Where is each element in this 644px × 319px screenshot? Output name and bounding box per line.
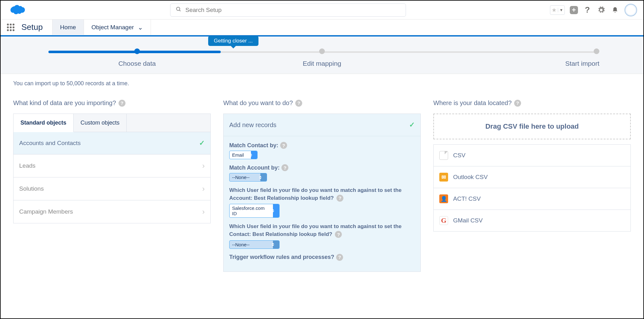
setup-title: Setup <box>21 22 43 32</box>
help-icon[interactable]: ? <box>336 195 343 202</box>
user-field-account-label: Which User field in your file do you wan… <box>229 187 415 202</box>
source-label: ACT! CSV <box>453 195 481 202</box>
chevron-right-icon: › <box>202 161 205 170</box>
step-label: Start import <box>565 60 599 67</box>
select-value: --None-- <box>232 242 256 247</box>
progress-tooltip: Getting closer ... <box>208 36 258 46</box>
notifications-bell-icon[interactable] <box>611 6 619 14</box>
column-data-location: Where is your data located? ? Drag CSV f… <box>433 99 631 272</box>
step-choose-data[interactable]: Choose data <box>45 48 230 67</box>
list-item-accounts-contacts[interactable]: Accounts and Contacts ✓ <box>14 132 210 154</box>
source-csv[interactable]: CSV <box>434 145 630 166</box>
column-title: What do you want to do? ? <box>223 99 421 107</box>
source-label: CSV <box>453 152 465 159</box>
panel-title-text: Add new records <box>229 121 276 129</box>
gmail-icon: G <box>439 216 448 225</box>
column-action: What do you want to do? ? Add new record… <box>223 99 421 272</box>
csv-dropzone[interactable]: Drag CSV file here to upload <box>433 114 631 139</box>
header-actions: ★ ▼ + ? <box>550 4 637 16</box>
match-account-select[interactable]: --None-- <box>229 173 267 182</box>
user-avatar[interactable] <box>625 4 637 16</box>
tab-home[interactable]: Home <box>52 20 84 35</box>
add-records-panel: Add new records ✓ Match Contact by: ? Em… <box>223 114 421 272</box>
match-contact-select[interactable]: Email <box>229 151 258 159</box>
list-item-label: Campaign Members <box>19 208 73 215</box>
search-container <box>170 3 406 17</box>
tab-object-manager-label: Object Manager <box>92 24 134 31</box>
list-item-leads[interactable]: Leads › <box>14 154 210 177</box>
act-icon: 👤 <box>439 194 448 203</box>
column-title-text: Where is your data located? <box>433 99 512 107</box>
search-input[interactable] <box>170 3 406 17</box>
star-icon: ★ <box>552 7 557 14</box>
svg-line-1 <box>179 10 180 11</box>
step-dot <box>319 48 325 54</box>
chevron-down-icon: ▼ <box>558 8 563 12</box>
panel-header[interactable]: Add new records ✓ <box>224 114 420 136</box>
tab-object-manager[interactable]: Object Manager ⌄ <box>84 20 151 35</box>
select-caret-icon <box>260 173 267 181</box>
tab-standard-objects[interactable]: Standard objects <box>14 114 74 132</box>
help-icon[interactable]: ? <box>335 231 342 238</box>
help-icon[interactable]: ? <box>514 100 521 107</box>
select-value: --None-- <box>232 175 256 180</box>
context-nav: Setup Home Object Manager ⌄ <box>1 20 643 35</box>
global-header: ★ ▼ + ? <box>1 1 643 20</box>
help-icon[interactable]: ? <box>281 164 288 171</box>
step-label: Choose data <box>118 60 156 67</box>
match-account-label: Match Account by: ? <box>229 164 415 171</box>
search-icon <box>176 6 181 14</box>
help-icon[interactable]: ? <box>583 6 592 14</box>
favorites-dropdown[interactable]: ★ ▼ <box>550 5 565 15</box>
user-field-contact-label: Which User field in your file do you wan… <box>229 223 415 238</box>
check-icon: ✓ <box>199 139 205 147</box>
help-icon[interactable]: ? <box>295 100 302 107</box>
source-act-csv[interactable]: 👤 ACT! CSV <box>434 188 630 210</box>
select-caret-icon <box>273 241 279 249</box>
user-field-account-select[interactable]: Salesforce.com ID <box>229 204 280 218</box>
svg-point-0 <box>176 7 180 10</box>
list-item-label: Accounts and Contacts <box>19 140 80 147</box>
column-data-kind: What kind of data are you importing? ? S… <box>13 99 211 272</box>
trigger-workflow-label: Trigger workflow rules and processes? ? <box>229 254 415 261</box>
outlook-icon: ✉ <box>439 173 448 182</box>
select-caret-icon <box>251 151 257 159</box>
list-item-solutions[interactable]: Solutions › <box>14 177 210 200</box>
help-icon[interactable]: ? <box>336 254 343 261</box>
column-title-text: What do you want to do? <box>223 99 293 107</box>
progress-stepper: Getting closer ... Choose data Edit mapp… <box>1 35 643 74</box>
source-gmail-csv[interactable]: G GMail CSV <box>434 210 630 231</box>
csv-source-list: CSV ✉ Outlook CSV 👤 ACT! CSV G GMail CSV <box>433 144 631 232</box>
step-dot-active <box>134 48 140 54</box>
list-item-campaign-members[interactable]: Campaign Members › <box>14 200 210 223</box>
chevron-right-icon: › <box>202 184 205 193</box>
source-outlook-csv[interactable]: ✉ Outlook CSV <box>434 166 630 188</box>
list-item-label: Solutions <box>19 185 44 192</box>
step-edit-mapping[interactable]: Edit mapping <box>230 48 414 67</box>
select-caret-icon <box>273 204 279 217</box>
step-dot <box>594 48 599 54</box>
chevron-down-icon: ⌄ <box>138 24 143 31</box>
source-label: GMail CSV <box>453 217 483 224</box>
object-type-tabs: Standard objects Custom objects Accounts… <box>13 114 211 223</box>
help-icon[interactable]: ? <box>119 100 125 107</box>
chevron-right-icon: › <box>202 207 205 216</box>
help-icon[interactable]: ? <box>280 142 287 149</box>
list-item-label: Leads <box>19 162 36 169</box>
column-title-text: What kind of data are you importing? <box>13 99 116 107</box>
salesforce-logo[interactable] <box>7 3 26 17</box>
source-label: Outlook CSV <box>453 174 488 181</box>
settings-gear-icon[interactable] <box>597 6 606 14</box>
app-launcher-icon[interactable] <box>7 24 14 31</box>
file-icon <box>439 151 448 160</box>
column-title: Where is your data located? ? <box>433 99 631 107</box>
tab-custom-objects[interactable]: Custom objects <box>74 114 127 132</box>
column-title: What kind of data are you importing? ? <box>13 99 211 107</box>
import-limit-text: You can import up to 50,000 records at a… <box>13 80 631 87</box>
select-value: Email <box>232 152 250 158</box>
user-field-contact-select[interactable]: --None-- <box>229 240 280 249</box>
match-contact-label: Match Contact by: ? <box>229 142 415 149</box>
step-label: Edit mapping <box>303 60 341 67</box>
global-add-button[interactable]: + <box>570 6 578 14</box>
step-start-import[interactable]: Start import <box>414 48 599 67</box>
